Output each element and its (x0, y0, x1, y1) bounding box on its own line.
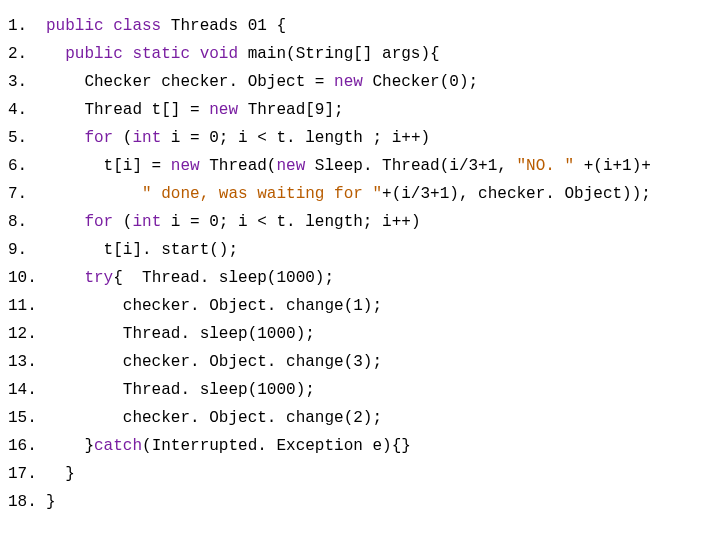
line-number: 8. (8, 208, 46, 236)
code-line: 5. for (int i = 0; i < t. length ; i++) (8, 124, 712, 152)
token: ( (113, 129, 132, 147)
token: int (132, 213, 161, 231)
code-line: 3. Checker checker. Object = new Checker… (8, 68, 712, 96)
code-line: 6. t[i] = new Thread(new Sleep. Thread(i… (8, 152, 712, 180)
token: i = 0; i < t. length; i++) (161, 213, 420, 231)
token: Checker checker. Object = (46, 73, 334, 91)
token: new (209, 101, 238, 119)
token: for (84, 213, 113, 231)
code-line: 1.public class Threads 01 { (8, 12, 712, 40)
token: +(i+1)+ (574, 157, 651, 175)
line-number: 17. (8, 460, 46, 488)
token: main(String[] args){ (248, 45, 440, 63)
line-number: 4. (8, 96, 46, 124)
code-line: 2. public static void main(String[] args… (8, 40, 712, 68)
code-line: 16. }catch(Interrupted. Exception e){} (8, 432, 712, 460)
token: } (46, 465, 75, 483)
token: new (171, 157, 200, 175)
line-number: 6. (8, 152, 46, 180)
token: Thread[9]; (238, 101, 344, 119)
token: checker. Object. change(3); (46, 353, 382, 371)
token: +(i/3+1), checker. Object)); (382, 185, 651, 203)
token: Thread. sleep(1000); (46, 325, 315, 343)
token: public static void (46, 45, 248, 63)
code-line: 17. } (8, 460, 712, 488)
token: "NO. " (517, 157, 575, 175)
token: ( (113, 213, 132, 231)
token: " done, was waiting for " (142, 185, 382, 203)
token: i = 0; i < t. length ; i++) (161, 129, 430, 147)
token: Thread t[] = (46, 101, 209, 119)
code-line: 7. " done, was waiting for "+(i/3+1), ch… (8, 180, 712, 208)
code-line: 14. Thread. sleep(1000); (8, 376, 712, 404)
token: try (84, 269, 113, 287)
token: Checker(0); (363, 73, 478, 91)
token: new (276, 157, 305, 175)
token: Thread. sleep(1000); (46, 381, 315, 399)
code-listing: 1.public class Threads 01 { 2. public st… (8, 12, 712, 516)
token: checker. Object. change(1); (46, 297, 382, 315)
code-line: 11. checker. Object. change(1); (8, 292, 712, 320)
line-number: 9. (8, 236, 46, 264)
token: for (84, 129, 113, 147)
line-number: 5. (8, 124, 46, 152)
line-number: 12. (8, 320, 46, 348)
token: int (132, 129, 161, 147)
code-line: 8. for (int i = 0; i < t. length; i++) (8, 208, 712, 236)
code-line: 4. Thread t[] = new Thread[9]; (8, 96, 712, 124)
line-number: 1. (8, 12, 46, 40)
token: t[i] = (46, 157, 171, 175)
token: Threads 01 { (171, 17, 286, 35)
code-line: 12. Thread. sleep(1000); (8, 320, 712, 348)
token: catch (94, 437, 142, 455)
token (46, 269, 84, 287)
code-line: 9. t[i]. start(); (8, 236, 712, 264)
line-number: 7. (8, 180, 46, 208)
token: t[i]. start(); (46, 241, 238, 259)
token: } (46, 493, 56, 511)
token (46, 185, 142, 203)
token (46, 213, 84, 231)
line-number: 14. (8, 376, 46, 404)
token: Sleep. Thread(i/3+1, (305, 157, 516, 175)
line-number: 11. (8, 292, 46, 320)
token: checker. Object. change(2); (46, 409, 382, 427)
token: (Interrupted. Exception e){} (142, 437, 411, 455)
line-number: 15. (8, 404, 46, 432)
token: } (46, 437, 94, 455)
token: { Thread. sleep(1000); (113, 269, 334, 287)
line-number: 16. (8, 432, 46, 460)
line-number: 13. (8, 348, 46, 376)
code-line: 10. try{ Thread. sleep(1000); (8, 264, 712, 292)
line-number: 3. (8, 68, 46, 96)
token: new (334, 73, 363, 91)
code-line: 15. checker. Object. change(2); (8, 404, 712, 432)
code-line: 13. checker. Object. change(3); (8, 348, 712, 376)
code-line: 18.} (8, 488, 712, 516)
token: Thread( (200, 157, 277, 175)
line-number: 10. (8, 264, 46, 292)
line-number: 18. (8, 488, 46, 516)
line-number: 2. (8, 40, 46, 68)
token: public class (46, 17, 171, 35)
token (46, 129, 84, 147)
